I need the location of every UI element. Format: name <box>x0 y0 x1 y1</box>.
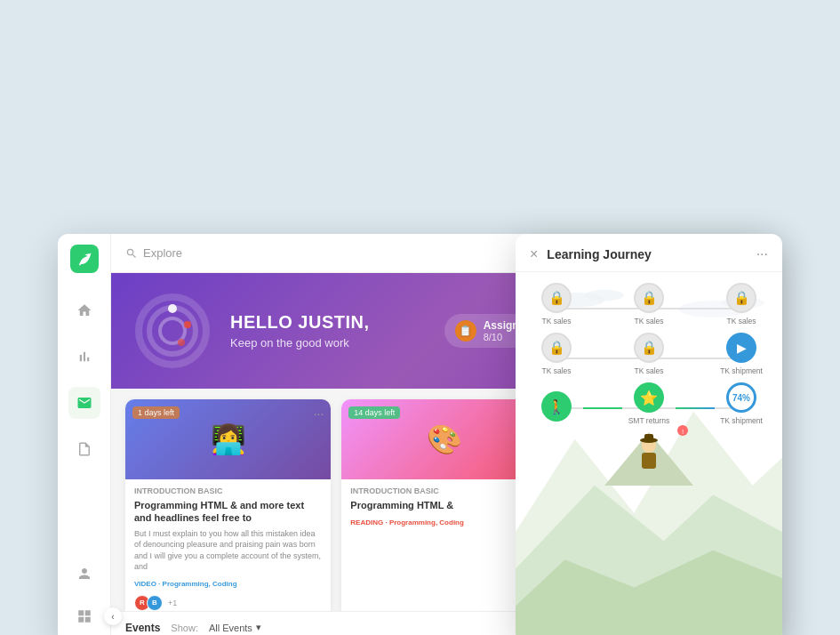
events-label: Events <box>125 622 160 634</box>
card-1-menu[interactable]: ··· <box>314 406 324 421</box>
journey-row-3: 🚶 ⭐ SMT returns 74% TK shipment <box>530 382 768 425</box>
journey-row-2: 🔒 TK sales 🔒 TK sales ▶ TK shipment <box>530 333 768 375</box>
node-9-label: TK shipment <box>720 416 763 425</box>
journey-node-4[interactable]: 🔒 TK sales <box>530 333 583 375</box>
journey-content: 🔒 TK sales 🔒 TK sales 🔒 TK sales 🔒 <box>530 283 768 486</box>
card-1-desc: But I must explain to you how all this m… <box>134 528 322 573</box>
journey-node-2[interactable]: 🔒 TK sales <box>622 283 676 326</box>
explore-label: Explore <box>143 246 182 260</box>
svg-point-5 <box>178 339 185 346</box>
svg-point-3 <box>168 304 177 313</box>
course-card-1[interactable]: 👩‍💻 1 days left ··· Introduction Basic P… <box>125 399 331 611</box>
journey-panel: × Learning Journey ··· <box>516 234 782 635</box>
node-5-label: TK sales <box>634 366 663 375</box>
sidebar-item-inbox[interactable] <box>68 387 100 419</box>
panel-menu-button[interactable]: ··· <box>756 246 768 262</box>
sidebar-item-docs[interactable] <box>68 433 100 465</box>
node-8-label: SMT returns <box>628 416 670 425</box>
walk-icon: 🚶 <box>541 391 572 422</box>
card-1-title: Programming HTML & and more text and hea… <box>134 499 322 525</box>
app-logo[interactable] <box>70 245 99 273</box>
sidebar-item-analytics[interactable] <box>68 341 100 373</box>
node-2-label: TK sales <box>634 317 663 326</box>
sidebar-item-grid[interactable] <box>68 600 100 632</box>
connector-1b <box>676 308 715 309</box>
card-2-tag: READING · Programming, Coding <box>350 518 464 526</box>
node-4-label: TK sales <box>541 366 571 375</box>
card-1-badge-label: 1 days left <box>138 408 174 417</box>
svg-point-1 <box>149 308 196 354</box>
play-icon: ▶ <box>726 333 756 363</box>
greeting: HELLO JUSTIN, <box>230 312 427 333</box>
journey-node-5[interactable]: 🔒 TK sales <box>622 333 676 375</box>
hero-graphic <box>132 291 212 371</box>
panel-body: 🔒 TK sales 🔒 TK sales 🔒 TK sales 🔒 <box>516 272 782 635</box>
avatar-2: B <box>147 595 163 611</box>
svg-rect-15 <box>642 453 656 469</box>
chevron-down-icon: ▾ <box>256 622 261 633</box>
node-6-label: TK shipment <box>720 366 763 375</box>
card-2-badge-label: 14 days left <box>354 408 395 417</box>
journey-node-3[interactable]: 🔒 TK sales <box>715 283 768 326</box>
journey-node-9[interactable]: 74% TK shipment <box>715 382 768 425</box>
card-1-type: Introduction Basic <box>134 486 322 495</box>
connector-2a <box>583 358 622 359</box>
sidebar-nav <box>68 294 100 543</box>
svg-text:!: ! <box>682 428 684 436</box>
assignments-icon: 📋 <box>455 320 476 342</box>
events-filter-dropdown[interactable]: All Events ▾ <box>209 622 261 633</box>
svg-point-4 <box>184 321 191 328</box>
events-show: Show: <box>171 623 198 633</box>
character-area: ! <box>530 432 768 486</box>
card-2-type: Introduction Basic <box>350 486 538 495</box>
nav-arrow-left[interactable]: ‹ <box>104 607 122 625</box>
sidebar-item-profile[interactable] <box>68 558 100 590</box>
journey-node-8[interactable]: ⭐ SMT returns <box>622 382 676 425</box>
hero-text: HELLO JUSTIN, Keep on the good work <box>230 312 427 350</box>
events-filter-value: All Events <box>209 623 252 633</box>
lock-icon-2: 🔒 <box>634 283 664 313</box>
journey-node-6[interactable]: ▶ TK shipment <box>715 333 768 375</box>
card-1-badge: 1 days left <box>132 406 180 419</box>
lock-icon-4: 🔒 <box>541 333 572 363</box>
star-icon: ⭐ <box>634 382 664 413</box>
node-3-label: TK sales <box>726 317 756 326</box>
card-1-avatars: R B +1 <box>134 595 322 611</box>
connector-1a <box>583 308 622 309</box>
card-2-title: Programming HTML & <box>350 499 538 511</box>
journey-node-7[interactable]: 🚶 <box>530 391 583 425</box>
connector-3b <box>676 407 715 409</box>
svg-rect-17 <box>644 434 653 442</box>
journey-node-1[interactable]: 🔒 TK sales <box>530 283 583 326</box>
card-2-tags: READING · Programming, Coding <box>350 518 538 526</box>
sidebar-bottom <box>68 558 100 632</box>
progress-circle: 74% <box>726 382 756 413</box>
connector-3a <box>583 407 622 409</box>
card-1-thumb: 👩‍💻 1 days left ··· <box>125 399 331 479</box>
avatar-count: +1 <box>168 599 177 607</box>
journey-row-1: 🔒 TK sales 🔒 TK sales 🔒 TK sales <box>530 283 768 326</box>
panel-title: Learning Journey <box>547 247 756 261</box>
sidebar-item-home[interactable] <box>68 294 100 326</box>
node-1-label: TK sales <box>541 317 571 326</box>
sidebar <box>58 234 111 635</box>
card-1-body: Introduction Basic Programming HTML & an… <box>125 479 331 611</box>
panel-close-button[interactable]: × <box>530 247 538 261</box>
card-1-tags: VIDEO · Programming, Coding <box>134 580 322 588</box>
connector-2b <box>676 358 715 359</box>
lock-icon-3: 🔒 <box>726 283 756 313</box>
lock-icon-5: 🔒 <box>634 333 664 363</box>
card-1-tag: VIDEO · Programming, Coding <box>134 580 237 588</box>
lock-icon-1: 🔒 <box>541 283 572 313</box>
card-2-badge: 14 days left <box>348 406 400 419</box>
subtitle: Keep on the good work <box>230 336 427 350</box>
search-bar[interactable]: Explore <box>125 246 182 260</box>
panel-header: × Learning Journey ··· <box>516 234 782 272</box>
